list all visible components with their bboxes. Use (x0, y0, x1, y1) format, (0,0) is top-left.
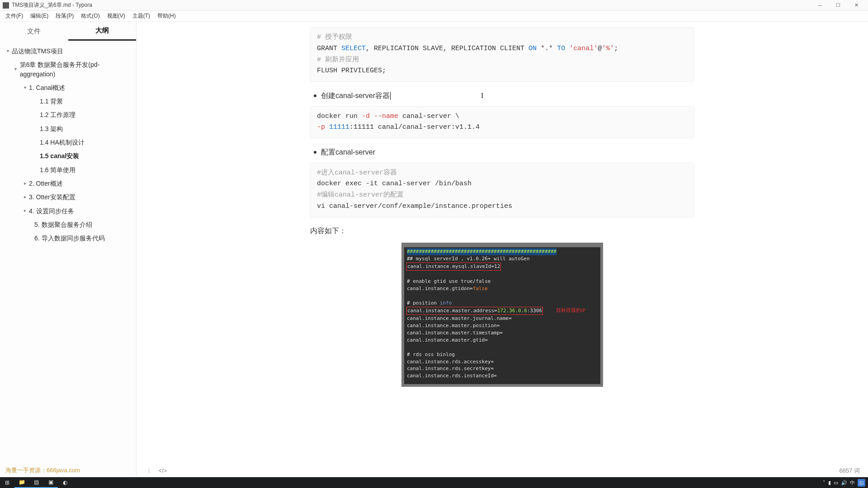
outline-label: 2. Otter概述 (29, 179, 63, 188)
paragraph-content-below[interactable]: 内容如下： (310, 225, 694, 237)
tray-network-icon[interactable]: ▭ (834, 480, 838, 486)
taskbar-app-browser[interactable]: ◐ (58, 477, 72, 488)
menu-help[interactable]: 帮助(H) (154, 11, 179, 21)
code-block-grant[interactable]: # 授予权限 GRANT SELECT, REPLICATION SLAVE, … (310, 27, 694, 82)
status-bar: 〈 </> 6857 词 (137, 465, 868, 477)
outline-label: 1.2 工作原理 (40, 110, 75, 119)
outline-item-chapter[interactable]: ▾第6章 数据聚合服务开发(pd-aggregation) (3, 58, 133, 81)
outline-label: 1.6 简单使用 (40, 165, 75, 174)
chevron-right-icon[interactable]: ▸ (22, 194, 28, 201)
chevron-right-icon[interactable]: ▸ (22, 207, 28, 214)
outline-item-1[interactable]: ▾1. Canal概述 (3, 81, 133, 94)
code-block-docker-exec[interactable]: #进入canal-server容器 docker exec -it canal-… (310, 163, 694, 217)
outline-item-1-5[interactable]: ·1.5 canal安装 (3, 149, 133, 163)
window-minimize-button[interactable]: ─ (811, 0, 829, 10)
taskbar-app-typora[interactable]: ▣ (43, 477, 58, 488)
sidebar: 文件 大纲 ▾品达物流TMS项目 ▾第6章 数据聚合服务开发(pd-aggreg… (0, 22, 137, 477)
bullet-create-canal-container[interactable]: 创建canal-server容器 I (314, 90, 694, 102)
outline-item-3[interactable]: ▸3. Otter安装配置 (3, 190, 133, 204)
chevron-right-icon[interactable]: ▸ (22, 180, 28, 187)
window-title: TMS项目讲义_第6章.md - Typora (12, 1, 811, 9)
outline-item-4[interactable]: ▸4. 设置同步任务 (3, 204, 133, 218)
menu-edit[interactable]: 编辑(E) (27, 11, 52, 21)
menu-paragraph[interactable]: 段落(P) (52, 11, 77, 21)
word-count[interactable]: 6857 词 (839, 467, 860, 474)
bullet-dot-icon (314, 151, 316, 154)
outline-item-1-3[interactable]: ·1.3 架构 (3, 122, 133, 136)
app-icon (3, 2, 9, 9)
bullet-config-canal[interactable]: 配置canal-server (314, 146, 694, 158)
window-maximize-button[interactable]: ☐ (829, 0, 847, 10)
tray-volume-icon[interactable]: 🔊 (841, 480, 847, 486)
outline-label: 5. 数据聚合服务介绍 (34, 220, 92, 229)
bullet-text: 创建canal-server容器 (321, 90, 390, 102)
outline-item-6[interactable]: ·6. 导入数据同步服务代码 (3, 231, 133, 245)
taskbar-app-explorer[interactable]: 📁 (14, 477, 29, 488)
tray-battery-icon[interactable]: ▮ (828, 480, 831, 486)
outline-label: 1.5 canal安装 (40, 151, 79, 160)
menu-theme[interactable]: 主题(T) (129, 11, 154, 21)
system-tray[interactable]: ˄ ▮ ▭ 🔊 中 如 (823, 479, 868, 487)
outline-label: 1.1 背景 (40, 97, 63, 106)
sidebar-tabs: 文件 大纲 (0, 22, 136, 41)
sidebar-promo-text: 海量一手资源：666java.com (5, 466, 80, 474)
outline-item-1-2[interactable]: ·1.2 工作原理 (3, 108, 133, 122)
outline-item-root[interactable]: ▾品达物流TMS项目 (3, 44, 133, 58)
outline-label: 3. Otter安装配置 (29, 192, 75, 202)
window-close-button[interactable]: ✕ (847, 0, 865, 10)
outline-label: 1.3 架构 (40, 124, 63, 133)
outline-label: 1.4 HA机制设计 (40, 138, 85, 147)
bullet-dot-icon (314, 94, 316, 97)
tab-outline[interactable]: 大纲 (68, 22, 137, 41)
outline-label: 第6章 数据聚合服务开发(pd-aggregation) (20, 60, 132, 79)
taskbar-app-editor[interactable]: ▤ (29, 477, 43, 488)
highlight-master-address: canal.instance.master.address=172.36.0.6… (406, 307, 543, 315)
start-button[interactable]: ⊞ (0, 477, 14, 488)
outline-label: 品达物流TMS项目 (12, 47, 63, 56)
text-cursor-mark: I (481, 90, 483, 102)
source-mode-toggle[interactable]: </> (159, 467, 167, 474)
tray-app-icon[interactable]: 如 (858, 479, 865, 487)
chevron-down-icon[interactable]: ▾ (22, 84, 28, 91)
outline-tree: ▾品达物流TMS项目 ▾第6章 数据聚合服务开发(pd-aggregation)… (0, 41, 136, 477)
menu-view[interactable]: 视图(V) (104, 11, 129, 21)
tray-ime-icon[interactable]: 中 (850, 479, 855, 486)
outline-label: 4. 设置同步任务 (29, 206, 74, 216)
outline-item-1-4[interactable]: ·1.4 HA机制设计 (3, 136, 133, 149)
nav-back-button[interactable]: 〈 (145, 467, 151, 474)
annotation-target-ip: 目标容器的IP (556, 307, 585, 314)
chevron-down-icon[interactable]: ▾ (5, 48, 11, 55)
code-block-docker-run[interactable]: docker run -d --name canal-server \ -p 1… (310, 106, 694, 139)
outline-item-1-6[interactable]: ·1.6 简单使用 (3, 163, 133, 177)
windows-taskbar: ⊞ 📁 ▤ ▣ ◐ ˄ ▮ ▭ 🔊 中 如 (0, 477, 868, 488)
chevron-down-icon[interactable]: ▾ (13, 66, 19, 73)
outline-label: 1. Canal概述 (29, 83, 65, 92)
outline-item-2[interactable]: ▸2. Otter概述 (3, 177, 133, 190)
outline-item-5[interactable]: ·5. 数据聚合服务介绍 (3, 218, 133, 231)
outline-item-1-1[interactable]: ·1.1 背景 (3, 94, 133, 108)
tray-chevron-icon[interactable]: ˄ (823, 480, 826, 486)
menubar: 文件(F) 编辑(E) 段落(P) 格式(O) 视图(V) 主题(T) 帮助(H… (0, 11, 868, 22)
bullet-text: 配置canal-server (321, 146, 375, 158)
menu-file[interactable]: 文件(F) (2, 11, 27, 21)
outline-label: 6. 导入数据同步服务代码 (34, 234, 105, 243)
tab-files[interactable]: 文件 (0, 22, 68, 41)
highlight-slave-id: canal.instance.mysql.slaveId=12 (406, 263, 501, 271)
window-titlebar: TMS项目讲义_第6章.md - Typora ─ ☐ ✕ (0, 0, 868, 11)
menu-format[interactable]: 格式(O) (77, 11, 103, 21)
text-caret (390, 92, 391, 100)
editor-area[interactable]: # 授予权限 GRANT SELECT, REPLICATION SLAVE, … (137, 22, 868, 477)
embedded-screenshot: ########################################… (401, 243, 603, 387)
